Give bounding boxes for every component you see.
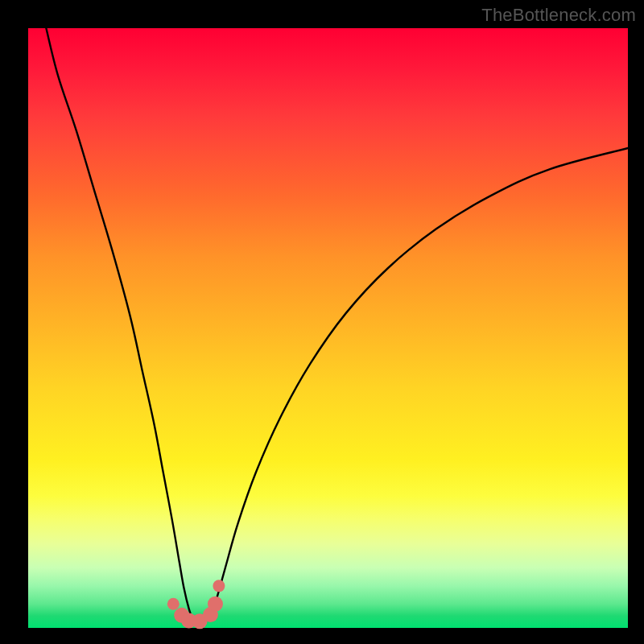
highlight-dot bbox=[213, 580, 225, 592]
bottleneck-curve bbox=[46, 28, 628, 625]
highlight-dots bbox=[167, 580, 225, 629]
chart-frame: TheBottleneck.com bbox=[0, 0, 644, 644]
highlight-dot bbox=[208, 597, 223, 612]
highlight-dot bbox=[167, 598, 180, 610]
curve-layer bbox=[28, 28, 628, 628]
plot-area bbox=[28, 28, 628, 628]
watermark-text: TheBottleneck.com bbox=[481, 5, 636, 26]
